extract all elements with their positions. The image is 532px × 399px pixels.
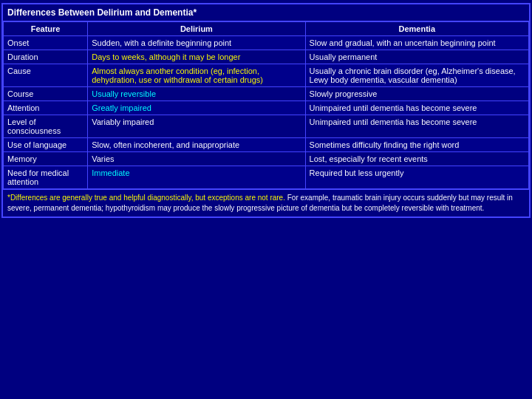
dementia-cell: Unimpaired until dementia has become sev… <box>305 115 528 138</box>
table-row: DurationDays to weeks, although it may b… <box>4 50 529 64</box>
comparison-table: Feature Delirium Dementia OnsetSudden, w… <box>3 21 529 189</box>
delirium-cell: Slow, often incoherent, and inappropriat… <box>88 138 305 152</box>
dementia-cell: Usually a chronic brain disorder (eg, Al… <box>305 64 528 87</box>
delirium-cell: Greatly impaired <box>88 101 305 115</box>
feature-cell: Need for medical attention <box>4 166 88 189</box>
delirium-cell: Almost always another condition (eg, inf… <box>88 64 305 87</box>
feature-cell: Cause <box>4 64 88 87</box>
footnote: *Differences are generally true and help… <box>3 189 529 216</box>
table-row: MemoryVariesLost, especially for recent … <box>4 152 529 166</box>
feature-cell: Use of language <box>4 138 88 152</box>
table-row: CauseAlmost always another condition (eg… <box>4 64 529 87</box>
dementia-cell: Usually permanent <box>305 50 528 64</box>
delirium-cell: Varies <box>88 152 305 166</box>
main-container: Differences Between Delirium and Dementi… <box>1 3 531 218</box>
table-row: CourseUsually reversibleSlowly progressi… <box>4 87 529 101</box>
col-header-dementia: Dementia <box>305 22 528 36</box>
feature-cell: Level of consciousness <box>4 115 88 138</box>
header-row: Feature Delirium Dementia <box>4 22 529 36</box>
feature-cell: Duration <box>4 50 88 64</box>
dementia-cell: Lost, especially for recent events <box>305 152 528 166</box>
table-title: Differences Between Delirium and Dementi… <box>3 4 529 21</box>
delirium-cell: Days to weeks, although it may be longer <box>88 50 305 64</box>
col-header-feature: Feature <box>4 22 88 36</box>
feature-cell: Course <box>4 87 88 101</box>
table-row: Need for medical attentionImmediateRequi… <box>4 166 529 189</box>
delirium-cell: Usually reversible <box>88 87 305 101</box>
feature-cell: Memory <box>4 152 88 166</box>
dementia-cell: Slowly progressive <box>305 87 528 101</box>
col-header-delirium: Delirium <box>88 22 305 36</box>
delirium-cell: Immediate <box>88 166 305 189</box>
table-row: OnsetSudden, with a definite beginning p… <box>4 36 529 50</box>
dementia-cell: Unimpaired until dementia has become sev… <box>305 101 528 115</box>
feature-cell: Attention <box>4 101 88 115</box>
delirium-cell: Variably impaired <box>88 115 305 138</box>
delirium-cell: Sudden, with a definite beginning point <box>88 36 305 50</box>
feature-cell: Onset <box>4 36 88 50</box>
dementia-cell: Required but less urgently <box>305 166 528 189</box>
table-row: Use of languageSlow, often incoherent, a… <box>4 138 529 152</box>
footnote-yellow: *Differences are generally true and help… <box>7 194 285 202</box>
table-row: Level of consciousnessVariably impairedU… <box>4 115 529 138</box>
table-row: AttentionGreatly impairedUnimpaired unti… <box>4 101 529 115</box>
dementia-cell: Sometimes difficulty finding the right w… <box>305 138 528 152</box>
dementia-cell: Slow and gradual, with an uncertain begi… <box>305 36 528 50</box>
